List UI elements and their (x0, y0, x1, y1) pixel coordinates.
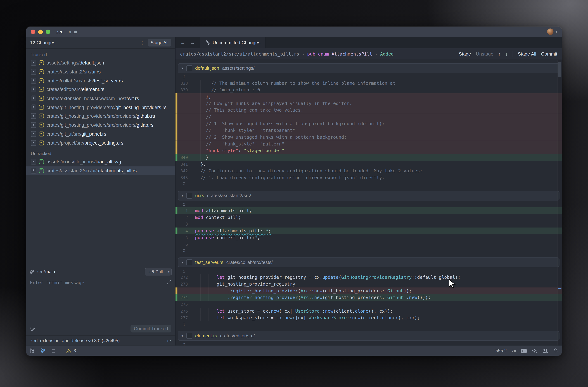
stage-all-button[interactable]: Stage All (147, 39, 171, 47)
diff-line[interactable]: // "hunk_style": "transparent" (175, 127, 562, 134)
minimize-button[interactable] (38, 29, 43, 34)
diff-line[interactable]: // 2. Show unstaged hunks with a pattern… (175, 134, 562, 141)
diff-line[interactable]: // This setting can take two values: (175, 107, 562, 114)
file-checkbox[interactable] (31, 168, 36, 173)
expand-up-row[interactable]: ↥ (175, 268, 562, 274)
tab-uncommitted-changes[interactable]: Uncommitted Changes (200, 37, 266, 48)
expand-down-row[interactable]: ↧ (175, 321, 562, 327)
diff-line[interactable]: 841}, (175, 161, 562, 167)
expand-down-row[interactable]: ↧ (175, 248, 562, 254)
file-checkbox[interactable] (31, 69, 36, 75)
terminal-icon[interactable] (521, 348, 527, 353)
section-stage-checkbox[interactable] (186, 259, 192, 265)
chevron-down-icon[interactable]: ▾ (181, 194, 183, 197)
file-checkbox[interactable] (31, 140, 36, 145)
chevron-down-icon[interactable]: ▾ (181, 261, 183, 264)
breadcrumb[interactable]: crates/assistant2/src/ui/attachments_pil… (180, 51, 394, 57)
chevron-down-icon[interactable]: ▾ (181, 334, 183, 338)
expand-down-row[interactable]: ↧ (175, 181, 562, 187)
file-row[interactable]: crates/extension_host/src/wasm_host/wit.… (26, 94, 175, 103)
diff-line[interactable]: "hunk_style": "staged_border" (175, 147, 562, 154)
project-panel-icon[interactable] (30, 348, 36, 353)
diff-line[interactable]: 2mod context_pill; (175, 214, 562, 221)
nav-forward-icon[interactable]: → (190, 40, 195, 45)
file-row[interactable]: crates/git_hosting_providers/src/provide… (26, 112, 175, 121)
diff-line[interactable]: 277let workspace_store = cx.new(|cx| Wor… (175, 314, 562, 321)
diff-line[interactable]: 273git_hosting_provider_registry (175, 281, 562, 287)
diff-section-header[interactable]: ▾default.jsonassets/settings/ (178, 63, 560, 73)
diff-line[interactable]: // How git hunks are displayed visually … (175, 100, 562, 107)
diff-line[interactable]: 272let git_hosting_provider_registry = c… (175, 274, 562, 281)
diff-line[interactable]: 1mod attachments_pill; (175, 207, 562, 214)
expand-down-icon[interactable]: ↧ (175, 182, 193, 186)
file-checkbox[interactable] (31, 122, 36, 128)
diff-section-header[interactable]: ▾ui.rscrates/assistant2/src/ (178, 191, 560, 201)
file-row[interactable]: crates/git_ui/src/git_panel.rs (26, 130, 175, 139)
user-avatar[interactable] (547, 28, 554, 35)
assistant-sparkle-icon[interactable] (532, 348, 537, 353)
expand-down-icon[interactable]: ↧ (175, 248, 193, 253)
breadcrumb-path[interactable]: crates/assistant2/src/ui/attachments_pil… (180, 51, 299, 57)
more-menu-icon[interactable]: ⋮ (140, 40, 145, 45)
stage-all-toolbar-button[interactable]: Stage All (518, 51, 536, 57)
file-checkbox[interactable] (31, 60, 36, 66)
diff-line[interactable]: 5pub use context_pill::*; (175, 234, 562, 241)
stage-button[interactable]: Stage (459, 51, 471, 57)
diff-line[interactable]: 4pub use attachments_pill::*; (175, 227, 562, 234)
file-checkbox[interactable] (31, 131, 36, 137)
notification-bell-icon[interactable] (553, 348, 558, 353)
file-checkbox[interactable] (31, 113, 36, 119)
section-stage-checkbox[interactable] (186, 333, 192, 339)
diff-line[interactable]: 839// "min_column": 0 (175, 86, 562, 93)
scrollbar[interactable] (557, 60, 562, 346)
nav-back-icon[interactable]: ← (180, 40, 185, 45)
diff-line[interactable]: 840} (175, 154, 562, 161)
expand-up-row[interactable]: ↥ (175, 342, 562, 346)
outline-panel-icon[interactable] (50, 348, 56, 353)
commit-toolbar-button[interactable]: Commit (541, 51, 557, 57)
chevron-down-icon[interactable]: ▾ (181, 66, 183, 70)
file-row[interactable]: crates/assistant2/src/ui/attachments_pil… (26, 166, 175, 175)
file-checkbox[interactable] (31, 87, 36, 92)
expand-commit-box-icon[interactable] (167, 280, 171, 285)
project-name[interactable]: main (69, 29, 79, 34)
pull-button[interactable]: ↓5 Pull ▾ (145, 268, 172, 276)
file-checkbox[interactable] (31, 78, 36, 83)
diff-line[interactable]: .register_hosting_provider(Arc::new(git_… (175, 287, 562, 294)
expand-down-icon[interactable]: ↧ (175, 322, 193, 327)
diff-line[interactable]: 838// The minimum column number to show … (175, 80, 562, 87)
file-row[interactable]: assets/settings/default.json (26, 59, 175, 67)
diff-line[interactable]: 275 (175, 301, 562, 308)
chevron-down-icon[interactable]: ▾ (556, 30, 557, 34)
expand-up-icon[interactable]: ↥ (175, 74, 193, 79)
file-row[interactable]: crates/git_hosting_providers/src/provide… (26, 121, 175, 130)
diff-line[interactable]: 843// 1. Load direnv configuration using… (175, 174, 562, 181)
branch-name[interactable]: main (45, 269, 55, 274)
diff-line[interactable]: }, (175, 93, 562, 100)
expand-up-row[interactable]: ↥ (175, 201, 562, 207)
git-panel-toggle-icon[interactable] (41, 348, 45, 353)
expand-up-icon[interactable]: ↥ (175, 342, 193, 346)
section-stage-checkbox[interactable] (186, 65, 192, 71)
next-hunk-icon[interactable]: ↓ (505, 51, 508, 57)
zoom-button[interactable] (46, 29, 50, 34)
unstage-button[interactable]: Unstage (476, 51, 493, 57)
cursor-position[interactable]: 555:2 (496, 348, 507, 353)
diff-section-header[interactable]: ▾element.rscrates/editor/src/ (178, 331, 560, 341)
generate-commit-message-icon[interactable] (30, 326, 36, 331)
section-stage-checkbox[interactable] (186, 193, 192, 199)
pull-dropdown-chevron-icon[interactable]: ▾ (166, 268, 171, 275)
diff-line[interactable]: 3 (175, 221, 562, 227)
diff-line[interactable]: 276let user_store = cx.new(|cx| UserStor… (175, 308, 562, 314)
file-row[interactable]: crates/git_hosting_providers/src/git_hos… (26, 103, 175, 112)
file-row[interactable]: assets/icons/file_icons/luau_alt.svg (26, 157, 175, 166)
scrollbar-thumb[interactable] (558, 62, 562, 77)
last-commit-message[interactable]: zed_extension_api: Release v0.3.0 (#2649… (30, 338, 120, 343)
zed-predict-icon[interactable]: z» (512, 348, 516, 353)
file-checkbox[interactable] (31, 159, 36, 164)
diff-line[interactable]: 6 (175, 241, 562, 248)
diff-line[interactable]: // "hunk_style": "pattern" (175, 141, 562, 147)
file-row[interactable]: crates/collab/src/tests/test_server.rs (26, 76, 175, 85)
diff-line[interactable]: 274.register_hosting_provider(Arc::new(g… (175, 294, 562, 301)
file-row[interactable]: crates/editor/src/element.rs (26, 85, 175, 94)
